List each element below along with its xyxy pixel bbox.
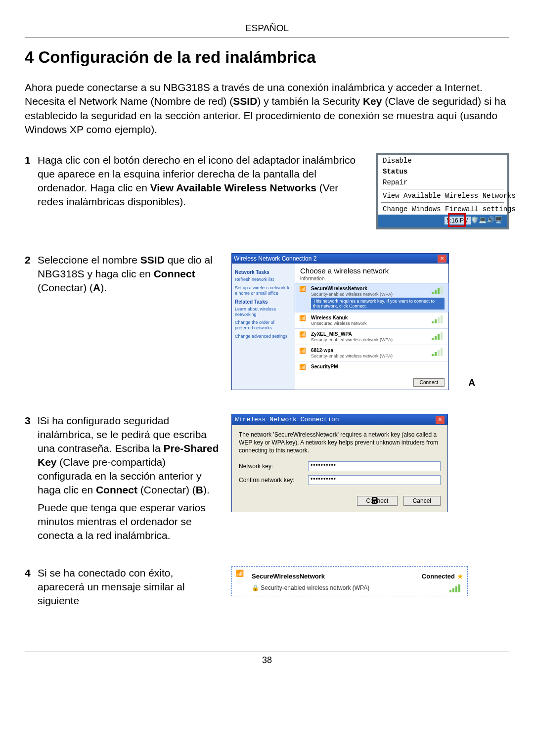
network-item[interactable]: 📶 6812-wpa Security-enabled wireless net… [295,345,448,361]
network-name: 6812-wpa [311,348,445,353]
intro-text: ) y también la Security [257,95,363,107]
star-icon: ★ [457,572,463,581]
tray-icons: 🛡️💻🔊🖥️ [471,216,502,223]
menu-status[interactable]: Status [378,166,507,177]
step-bold: Connect [96,484,137,495]
wifi-icon: 📶 [299,364,308,373]
close-icon[interactable]: ✕ [438,255,446,263]
network-key-dialog: Wireless Network Connection ✕ The networ… [231,414,448,512]
annotation-b: B [371,495,378,506]
annotation-a: A [468,377,475,389]
wifi-icon: 📶 [299,348,308,356]
network-name: SecureWirelessNetwork [311,286,445,291]
network-name: Wireless Kanuk [311,315,445,320]
tray-clock: 5:16 PM [445,217,471,224]
cancel-button[interactable]: Cancel [403,496,441,506]
svg-rect-3 [441,286,443,294]
svg-rect-14 [438,350,440,356]
menu-view-networks[interactable]: View Available Wireless Networks [378,190,507,201]
network-key-label: Network key: [239,463,308,470]
window-titlebar: Wireless Network Connection 2 ✕ [232,254,448,264]
step-3-p2: Puede que tenga que esperar varios minut… [38,501,222,542]
step-bold: View Available Wireless Networks [150,182,316,193]
sidebar-heading: Related Tasks [235,299,292,305]
network-item-selected[interactable]: 📶 SecureWirelessNetwork Security-enabled… [295,283,449,312]
svg-rect-9 [435,336,437,340]
network-msg: This network requires a network key. If … [311,298,445,310]
wifi-icon: 📶 [299,286,308,295]
step-bold: B [196,484,203,495]
svg-rect-2 [438,288,440,294]
dialog-message: The network 'SecureWirelessNetwork' requ… [239,431,441,454]
confirm-key-label: Confirm network key: [239,477,308,484]
language-header: ESPAÑOL [25,23,509,38]
signal-bars-icon [432,332,445,341]
connected-name: SecureWirelessNetwork [252,573,422,580]
wireless-chooser-window: Wireless Network Connection 2 ✕ Network … [231,253,449,390]
signal-bars-icon [432,286,445,295]
context-menu-screenshot: Disable Status Repair View Available Wir… [376,153,509,229]
step-1-text: 1 Haga clic con el botón derecho en el i… [25,153,376,209]
step-text: (Conectar) ( [137,484,196,495]
svg-rect-12 [432,354,434,356]
network-item[interactable]: 📶 Wireless Kanuk Unsecured wireless netw… [295,312,448,328]
svg-rect-4 [432,321,434,323]
svg-rect-6 [438,317,440,323]
close-icon[interactable]: ✕ [436,416,445,424]
network-item[interactable]: 📶 ZyXEL_MIS_WPA Security-enabled wireles… [295,328,448,345]
svg-rect-10 [438,334,440,340]
network-desc: Security-enabled wireless network (WPA) [311,337,445,342]
signal-bars-icon [432,348,445,357]
step-number: 4 [25,566,38,608]
menu-disable[interactable]: Disable [378,155,507,166]
network-name: SecurityPM [311,364,445,369]
svg-rect-13 [435,352,437,356]
step-bold: A [93,282,100,293]
network-desc: Security-enabled wireless network (WPA) [311,354,445,358]
connected-status: Connected [422,573,455,580]
svg-rect-1 [435,290,437,294]
connect-button[interactable]: Connect [413,378,445,387]
svg-rect-5 [435,319,437,323]
svg-rect-0 [432,292,434,294]
dialog-titlebar: Wireless Network Connection ✕ [232,414,447,425]
sidebar-link-setup[interactable]: Set up a wireless network for a home or … [235,285,292,296]
step-number: 3 [25,414,38,497]
step-text: ). [203,484,210,495]
network-name: ZyXEL_MIS_WPA [311,331,445,337]
network-key-input[interactable]: •••••••••• [308,461,441,471]
intro-bold-key: Key [363,95,382,107]
svg-rect-16 [449,590,451,592]
menu-repair[interactable]: Repair [378,177,507,188]
sidebar-link-order[interactable]: Change the order of preferred networks [235,320,292,331]
section-title: 4 Configuración de la red inalámbrica [25,48,509,67]
network-item[interactable]: 📶 SecurityPM [295,361,448,375]
connected-desc: 🔒 Security-enabled wireless network (WPA… [252,584,449,594]
svg-rect-8 [432,338,434,340]
wifi-icon: 📶 [299,315,308,324]
menu-firewall[interactable]: Change Windows Firewall settings [378,204,507,215]
network-desc: Unsecured wireless network [311,321,445,326]
sidebar-heading: Network Tasks [235,269,292,275]
svg-rect-18 [455,586,457,592]
connected-status-box: 📶 SecureWirelessNetwork Connected ★ 🔒 Se… [231,566,468,596]
sidebar-link-refresh[interactable]: Refresh network list [235,277,292,282]
intro-paragraph: Ahora puede conectarse a su NBG318S a tr… [25,81,509,136]
intro-bold-ssid: SSID [233,95,257,107]
menu-separator [381,202,504,203]
menu-separator [381,189,504,189]
panel-info: information. [295,276,448,283]
sidebar-link-learn[interactable]: Learn about wireless networking [235,307,292,317]
dialog-title: Wireless Network Connection [235,416,339,424]
svg-rect-19 [458,584,460,592]
step-text: (Conectar) ( [38,282,93,293]
svg-rect-7 [441,315,443,323]
step-text: Si se ha conectado con éxito, aparecerá … [38,566,222,608]
step-bold: Connect [154,268,195,279]
confirm-key-input[interactable]: •••••••••• [308,475,441,485]
step-2-text: 2 Seleccione el nombre SSID que dio al N… [25,253,231,295]
sidebar-link-advanced[interactable]: Change advanced settings [235,334,292,339]
svg-rect-15 [441,348,443,356]
step-number: 2 [25,253,38,295]
svg-rect-17 [452,588,454,592]
